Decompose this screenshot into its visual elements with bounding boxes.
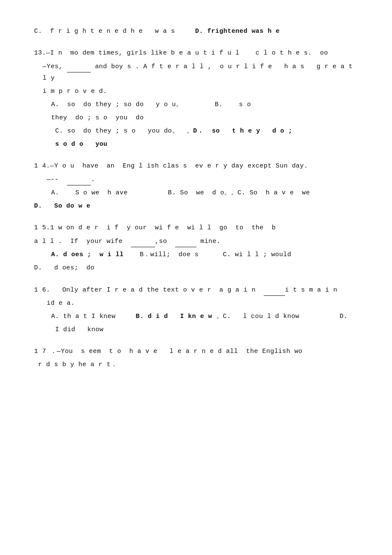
question-16: 1 6. Only after I r e a d the text o v e…: [34, 284, 358, 335]
q14-optA: A. S o we h ave B. So we d o。。C. So h a …: [51, 187, 358, 199]
q14-optD: D. So do w e: [34, 200, 358, 212]
q15-blank1: [131, 235, 155, 247]
q13-optA: A. so do they ; so do y o u。 B. s o: [51, 99, 358, 110]
q16-line1: 1 6. Only after I r e a d the text o v e…: [34, 284, 358, 296]
q13-line3: i m p r o v e d.: [43, 86, 358, 97]
q14-blank: [67, 173, 91, 185]
q15-optA-bold: A. d oes ; w i ll: [51, 251, 124, 258]
q13-optC: C. so do they ; s o you do。 。D． so t h e…: [51, 125, 358, 137]
q13-optD-bold: D． so t h e y d o ;: [193, 127, 292, 135]
q15-blank2: [175, 235, 196, 247]
question-17: 1 7 ．—You s eem t o h a v e l e a r n e …: [34, 346, 358, 370]
q16-optB-bold: B. d i d I kn e w: [135, 313, 212, 320]
q13-optD: s o d o you: [51, 139, 358, 150]
question-13: 13.—I n mo dem times, girls like b e a u…: [34, 47, 358, 150]
q16-line2: id e a.: [43, 298, 358, 309]
q13-blank: [67, 61, 91, 72]
q16-blank: [264, 284, 285, 296]
q14-line2: —-- .: [43, 173, 358, 185]
question-14: 1 4.—Y o u have an Eng l ish clas s ev e…: [34, 160, 358, 212]
q17-line1: 1 7 ．—You s eem t o h a v e l e a r n e …: [34, 346, 358, 357]
q15-line1: 1 5.1 w on d e r i f y our wi f e wi l l…: [34, 222, 358, 234]
q14-line1: 1 4.—Y o u have an Eng l ish clas s ev e…: [34, 160, 358, 172]
q13-optB: they do ; s o you do: [51, 112, 358, 124]
question-15: 1 5.1 w on d e r i f y our wi f e wi l l…: [34, 222, 358, 274]
page-content: C. f r i g h t e n e d h e w a s D. frig…: [34, 26, 358, 370]
q13-line2: —Yes, and boy s . A f t e r a l l , o u …: [43, 61, 358, 84]
q15-line2: a l l . If your wife ,so mine.: [34, 235, 358, 247]
q13-line1: 13.—I n mo dem times, girls like b e a u…: [34, 47, 358, 59]
q16-optD: I did know: [51, 324, 358, 335]
q17-line2: r d s b y he a r t．: [34, 359, 358, 370]
q14-optD-bold: D. So do w e: [34, 202, 90, 210]
q15-optD: D. d oes; do: [34, 262, 358, 274]
question-top: C. f r i g h t e n e d h e w a s D. frig…: [34, 26, 358, 37]
question-top-line: C. f r i g h t e n e d h e w a s D. frig…: [34, 26, 358, 37]
q16-optA: A. th a t I knew B. d i d I kn e w 。C. l…: [51, 311, 358, 322]
q15-optA: A. d oes ; w i ll B．will; doe s C. wi l …: [51, 249, 358, 260]
q13-optD-text: s o d o you: [51, 141, 107, 148]
answer-d-top: D. frightened was h e: [195, 28, 280, 35]
